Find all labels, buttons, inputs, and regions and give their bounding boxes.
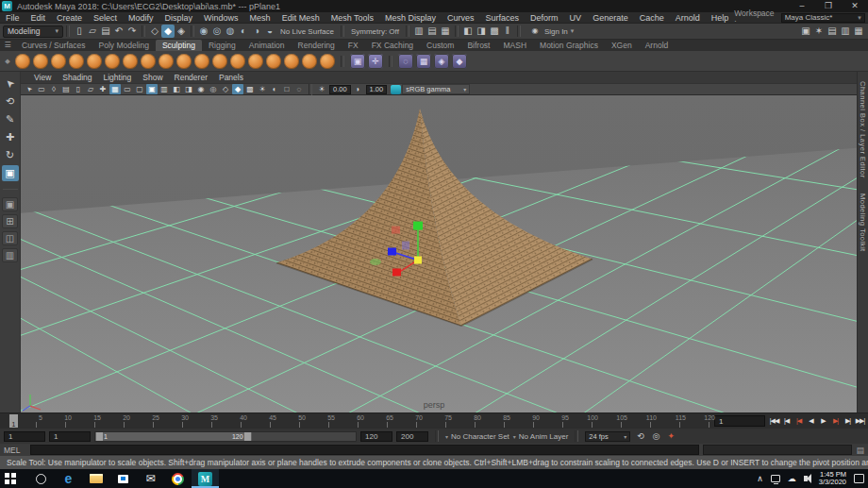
layout-single-pane-icon[interactable]: ▣ [2,197,18,211]
step-forward-key-button[interactable]: ▶| [829,417,842,425]
erase-brush-icon[interactable] [320,54,335,69]
shelf-tab[interactable]: Custom [420,40,460,51]
script-editor-icon[interactable]: ▤ [856,446,864,455]
render-settings-icon[interactable]: ▩ [488,25,501,38]
output-connections-icon[interactable]: ▤ [426,25,439,38]
snap-point-icon[interactable]: ◍ [224,25,237,38]
redo-icon[interactable]: ↷ [125,25,139,38]
ipr-render-icon[interactable]: ◨ [475,25,488,38]
shelf-edit-icon[interactable]: ◆ [3,58,12,65]
play-forwards-button[interactable]: ▶ [817,417,829,425]
frame-selection-icon[interactable]: ◎ [208,84,219,94]
imprint-brush-icon[interactable] [123,54,138,69]
step-back-key-button[interactable]: |◀ [793,417,805,425]
shelf-tab[interactable]: Animation [242,40,292,51]
lights-icon[interactable]: ☀ [257,84,268,94]
shadows-icon[interactable]: ◐ [269,84,280,94]
step-back-frame-button[interactable]: |◀ [780,417,793,425]
shelf-tab[interactable]: Curves / Surfaces [15,40,92,51]
move-tool-icon[interactable]: ✚ [2,129,19,145]
render-icon[interactable]: ◧ [461,25,475,38]
range-slider-groove[interactable]: 1 120 [94,431,357,442]
play-backwards-button[interactable]: ◀ [805,417,817,425]
animation-end-field[interactable]: 200 [396,431,428,442]
shelf-tab[interactable]: MASH [496,40,533,51]
playback-loop-icon[interactable]: ⟲ [634,431,647,441]
maya-taskbar-icon[interactable] [192,469,219,488]
frame-all-icon[interactable]: ◉ [195,84,207,94]
chrome-icon[interactable] [164,469,192,488]
command-input[interactable] [30,445,699,455]
construction-history-icon[interactable]: ▦ [439,25,452,38]
auto-keyframe-icon[interactable]: ✦ [664,431,677,441]
menu-item[interactable]: Create [51,12,88,24]
start-button[interactable] [0,469,27,488]
amplify-brush-icon[interactable] [51,54,66,69]
freeze-select-brush-icon[interactable] [302,54,317,69]
go-to-end-button[interactable]: ▶▶| [854,417,866,425]
sidebar-tab[interactable]: Channel Box / Layer Editor [859,81,867,178]
select-tool-icon[interactable]: ➤ [2,76,19,92]
wireframe-icon[interactable]: ◇ [220,84,231,94]
layout-persp-outliner-icon[interactable]: ◫ [2,231,18,245]
scale-z-handle[interactable] [392,268,401,276]
store-icon[interactable] [109,469,137,488]
knife-brush-icon[interactable] [194,54,209,69]
resolution-gate-icon[interactable]: ▢ [134,84,145,94]
animation-start-field[interactable]: 1 [4,431,45,442]
safe-action-icon[interactable]: ◧ [171,84,182,94]
no-live-surface-label[interactable]: No Live Surface [276,27,338,36]
new-scene-icon[interactable]: ▯ [73,25,86,38]
shelf-tab[interactable]: FX Caching [365,40,420,51]
paint-select-tool-icon[interactable]: ✎ [2,111,19,127]
menu-item[interactable]: Arnold [670,12,706,24]
menu-item[interactable]: Edit Mesh [276,12,326,24]
spray-brush-icon[interactable] [87,54,102,69]
scale-plane-handle-yz[interactable] [392,227,400,234]
network-icon[interactable] [771,475,780,482]
flood-tool-icon[interactable]: ◆ [452,54,467,69]
panel-menu-item[interactable]: Show [137,73,168,82]
mail-icon[interactable] [137,469,164,488]
stamp-tool-icon[interactable]: ▦ [416,54,431,69]
snap-curve-icon[interactable]: ◎ [210,25,224,38]
range-start-handle[interactable] [96,432,103,441]
current-frame-field[interactable]: 1 [714,415,765,427]
open-scene-icon[interactable]: ▱ [86,25,99,38]
scale-tool-icon[interactable]: ▣ [2,165,19,181]
menu-item[interactable]: Deform [525,12,564,24]
character-set-select[interactable]: ▾ No Character Set [445,432,509,441]
exposure-field[interactable]: 0.00 [329,85,351,94]
select-camera-icon[interactable]: ▭ [36,84,47,94]
scale-y-handle[interactable] [413,222,423,230]
attribute-editor-toggle-icon[interactable]: ▤ [826,25,839,38]
shelf-tab[interactable]: FX [342,40,365,51]
snap-grid-icon[interactable]: ◉ [197,25,210,38]
range-slider-bar[interactable]: 1 120 [95,432,252,441]
sign-in-button[interactable]: ◉ Sign In ▾ [524,25,578,38]
gamma-field[interactable]: 1.00 [366,85,388,94]
menu-item[interactable]: Modify [123,12,159,24]
textured-icon[interactable]: ▩ [244,84,256,94]
tool-settings-toggle-icon[interactable]: ▥ [839,25,852,38]
current-frame-marker[interactable]: 1 [9,414,18,428]
anim-layer-select[interactable]: ▾ No Anim Layer [513,432,568,441]
relax-brush-icon[interactable] [230,54,245,69]
undo-icon[interactable]: ↶ [112,25,125,38]
playback-end-field[interactable]: 120 [360,431,392,442]
isolate-select-icon[interactable]: ◌ [293,84,305,94]
select-object-icon[interactable]: ◆ [161,25,175,38]
humanik-toggle-icon[interactable]: ✶ [812,25,826,38]
scale-plane-handle-xz[interactable] [370,259,381,265]
falloff-tool-icon[interactable]: ◈ [434,54,449,69]
menu-item[interactable]: File [0,12,25,24]
modeling-toolkit-toggle-icon[interactable]: ▣ [799,25,812,38]
xray-icon[interactable]: □ [281,84,292,94]
file-explorer-icon[interactable] [82,469,109,488]
bookmark-icon[interactable]: ▯ [73,84,84,94]
scale-x-handle[interactable] [388,248,396,256]
safe-title-icon[interactable]: ◨ [183,84,194,94]
playback-start-field[interactable]: 1 [49,431,91,442]
gate-mask-icon[interactable]: ▣ [146,84,158,94]
wax-brush-icon[interactable] [141,54,156,69]
